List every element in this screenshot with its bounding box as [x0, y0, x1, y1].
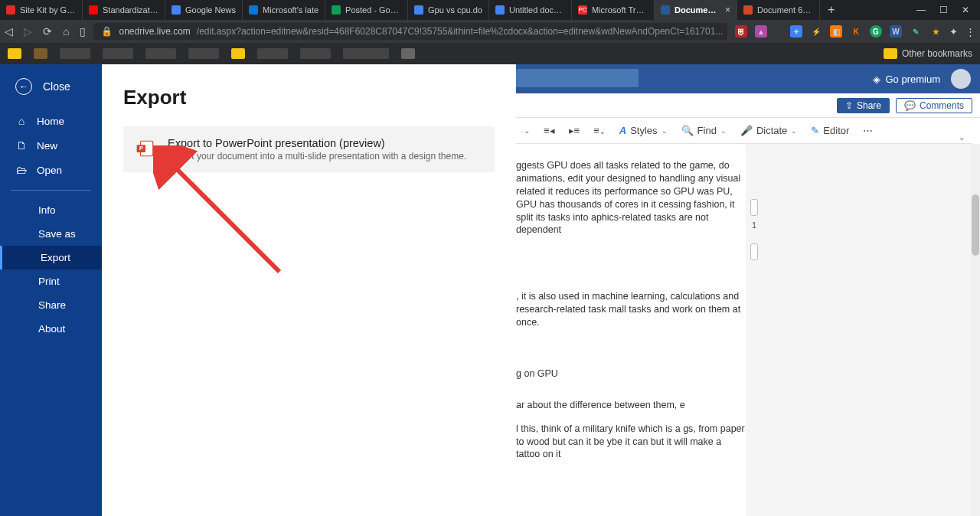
- browser-tabstrip: Site Kit by Goo Standardization Google N…: [0, 0, 980, 20]
- doc-paragraph: ar about the difference between them, e: [516, 399, 746, 412]
- styles-dropdown[interactable]: AStyles⌄: [619, 125, 668, 136]
- bookmark-item[interactable]: [231, 48, 245, 59]
- comment-number: 1: [752, 220, 756, 230]
- nav-reading-icon[interactable]: ▯: [80, 25, 86, 38]
- extension-icon[interactable]: W: [890, 25, 902, 38]
- more-button[interactable]: ⋯: [863, 125, 873, 136]
- file-nav-info[interactable]: Info: [0, 198, 102, 222]
- window-maximize-icon[interactable]: ☐: [939, 5, 948, 15]
- window-close-icon[interactable]: ✕: [962, 5, 969, 15]
- browser-tab[interactable]: Posted - Googl: [325, 0, 408, 20]
- doc-paragraph: l this, think of a military knife which …: [516, 423, 746, 462]
- scrollbar-thumb[interactable]: [972, 194, 979, 256]
- bookmark-item[interactable]: [34, 48, 47, 59]
- export-panel: Export P Export to PowerPoint presentati…: [102, 64, 516, 516]
- extensions-icon[interactable]: ✦: [949, 26, 958, 38]
- browser-tab[interactable]: Document 6.pp: [737, 0, 820, 20]
- collapse-ribbon-icon[interactable]: ⌄: [959, 133, 965, 142]
- tab-close-icon[interactable]: ×: [725, 5, 730, 15]
- mic-icon: 🎤: [740, 125, 753, 136]
- browser-tab[interactable]: PCMicrosoft Trans: [572, 0, 655, 20]
- extension-icon[interactable]: ◧: [830, 25, 842, 38]
- share-icon: ⇪: [845, 100, 853, 111]
- bookmark-item[interactable]: [401, 48, 415, 59]
- browser-tab[interactable]: Site Kit by Goo: [0, 0, 83, 20]
- file-icon: 🗋: [15, 139, 28, 152]
- file-close-button[interactable]: ← Close: [0, 64, 102, 109]
- file-nav-saveas[interactable]: Save as: [0, 222, 102, 246]
- share-button[interactable]: ⇪ Share: [837, 98, 890, 113]
- file-nav-export[interactable]: Export: [0, 246, 102, 269]
- bookmark-bar: Other bookmarks: [0, 43, 980, 64]
- doc-paragraph: ggests GPU does all tasks related to the…: [516, 159, 746, 237]
- extension-icon[interactable]: K: [850, 25, 862, 38]
- document-margin: 1: [746, 144, 971, 516]
- bookmark-item[interactable]: [300, 48, 331, 59]
- file-nav-about[interactable]: About: [0, 317, 102, 341]
- export-heading: Export: [123, 86, 495, 109]
- find-dropdown[interactable]: 🔍Find⌄: [681, 125, 727, 136]
- nav-forward-icon[interactable]: ▷: [24, 25, 32, 38]
- export-to-powerpoint-card[interactable]: P Export to PowerPoint presentation (pre…: [123, 126, 495, 172]
- avatar[interactable]: [951, 69, 971, 89]
- bookmark-item[interactable]: [103, 48, 133, 59]
- bookmark-item[interactable]: [145, 48, 176, 59]
- indent-decrease-icon[interactable]: ≡◂: [544, 125, 555, 136]
- paragraph-icon[interactable]: ≡⌄: [593, 125, 606, 136]
- indent-increase-icon[interactable]: ▸≡: [569, 125, 580, 136]
- bookmark-item[interactable]: [8, 48, 21, 59]
- window-minimize-icon[interactable]: —: [916, 5, 926, 15]
- word-search-box[interactable]: [516, 69, 639, 87]
- file-nav-new[interactable]: 🗋New: [0, 133, 102, 158]
- extension-icon[interactable]: ✎: [910, 25, 922, 38]
- bookmark-item[interactable]: [257, 48, 288, 59]
- comment-marker[interactable]: [750, 199, 758, 216]
- doc-paragraph: , it is also used in machine learning, c…: [516, 290, 746, 329]
- search-icon: 🔍: [681, 125, 694, 136]
- comment-marker[interactable]: [750, 243, 758, 260]
- browser-tab[interactable]: Microsoft's late: [243, 0, 325, 20]
- file-nav-share[interactable]: Share: [0, 293, 102, 317]
- dictate-dropdown[interactable]: 🎤Dictate⌄: [740, 125, 797, 136]
- browser-tab[interactable]: Gpu vs cpu.do: [408, 0, 489, 20]
- other-bookmarks[interactable]: Other bookmarks: [884, 48, 972, 59]
- browser-tab[interactable]: Untitled docum: [489, 0, 572, 20]
- comments-button[interactable]: 💬 Comments: [896, 98, 972, 113]
- new-tab-button[interactable]: +: [820, 3, 842, 17]
- nav-home-icon[interactable]: ⌂: [63, 25, 69, 38]
- browser-tab-active[interactable]: Document 6×: [655, 0, 737, 20]
- export-card-desc: Export your document into a multi-slide …: [168, 151, 466, 162]
- file-nav-open[interactable]: 🗁Open: [0, 158, 102, 182]
- svg-text:P: P: [139, 145, 143, 152]
- file-nav-print[interactable]: Print: [0, 269, 102, 293]
- extension-icon[interactable]: G: [870, 25, 882, 38]
- browser-tab[interactable]: Google News: [165, 0, 243, 20]
- bookmark-item[interactable]: [60, 48, 90, 59]
- comment-icon: 💬: [904, 100, 916, 111]
- extension-icon[interactable]: ★: [929, 25, 942, 38]
- bookmark-item[interactable]: [343, 48, 389, 59]
- diamond-icon: ◈: [873, 73, 880, 85]
- go-premium-button[interactable]: ◈ Go premium: [873, 73, 940, 85]
- address-bar[interactable]: 🔒 onedrive.live.com /edit.aspx?action=ed…: [93, 23, 727, 40]
- lock-icon: 🔒: [101, 26, 113, 37]
- browser-tab[interactable]: Standardization: [83, 0, 165, 20]
- browser-menu-icon[interactable]: ⋮: [965, 26, 975, 38]
- extension-icon[interactable]: ✦: [790, 25, 802, 38]
- powerpoint-icon: P: [136, 139, 155, 158]
- extension-icon[interactable]: ▲: [755, 25, 767, 38]
- folder-icon: 🗁: [15, 164, 28, 176]
- nav-back-icon[interactable]: ◁: [5, 25, 13, 38]
- url-host: onedrive.live.com: [119, 26, 190, 37]
- pen-icon: ✎: [811, 125, 819, 136]
- extension-icon[interactable]: ⚡: [810, 25, 822, 38]
- file-nav-home[interactable]: ⌂Home: [0, 109, 102, 133]
- chevron-down-icon[interactable]: ⌄: [524, 126, 530, 135]
- url-path: /edit.aspx?action=editnew&resid=468F6028…: [197, 26, 723, 37]
- bookmark-item[interactable]: [188, 48, 219, 59]
- nav-reload-icon[interactable]: ⟳: [43, 25, 52, 38]
- extension-icon[interactable]: ⛨: [735, 25, 747, 38]
- ribbon-toolbar: ⌄ ≡◂ ▸≡ ≡⌄ AStyles⌄ 🔍Find⌄ 🎤Dictate⌄ ✎Ed…: [516, 118, 972, 144]
- editor-button[interactable]: ✎Editor: [811, 125, 849, 136]
- document-body[interactable]: ggests GPU does all tasks related to the…: [516, 144, 746, 516]
